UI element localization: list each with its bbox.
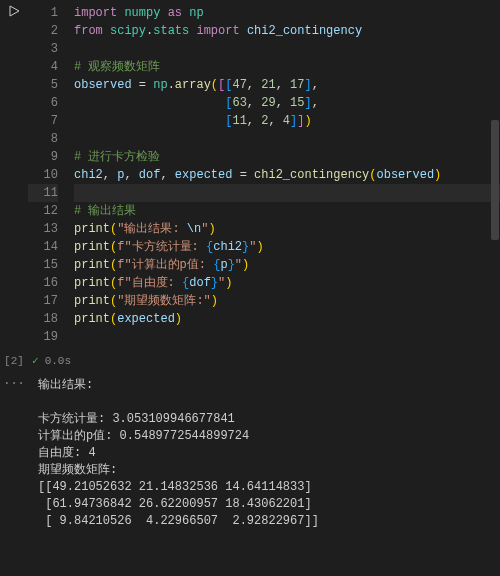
- output-cell: ··· 输出结果: 卡方统计量: 3.053109946677841 计算出的p…: [0, 371, 500, 536]
- line-number: 15: [28, 256, 58, 274]
- line-number: 13: [28, 220, 58, 238]
- line-number: 9: [28, 148, 58, 166]
- code-line[interactable]: import numpy as np: [74, 4, 500, 22]
- code-cell[interactable]: 12345678910111213141516171819 import num…: [0, 0, 500, 350]
- line-number: 8: [28, 130, 58, 148]
- line-number: 10: [28, 166, 58, 184]
- cell-run-gutter[interactable]: [0, 0, 28, 350]
- code-line[interactable]: chi2, p, dof, expected = chi2_contingenc…: [74, 166, 500, 184]
- code-line[interactable]: print(f"卡方统计量: {chi2}"): [74, 238, 500, 256]
- line-number: 7: [28, 112, 58, 130]
- line-number: 12: [28, 202, 58, 220]
- line-number: 17: [28, 292, 58, 310]
- code-line[interactable]: [74, 328, 500, 346]
- check-icon: ✓: [32, 354, 39, 367]
- execution-count: [2]: [0, 355, 28, 367]
- scroll-thumb[interactable]: [491, 120, 499, 240]
- code-line[interactable]: observed = np.array([[47, 21, 17],: [74, 76, 500, 94]
- line-number: 1: [28, 4, 58, 22]
- code-line[interactable]: # 观察频数矩阵: [74, 58, 500, 76]
- line-number: 3: [28, 40, 58, 58]
- code-line[interactable]: [63, 29, 15],: [74, 94, 500, 112]
- line-number: 6: [28, 94, 58, 112]
- code-line[interactable]: [74, 130, 500, 148]
- code-line[interactable]: [74, 184, 500, 202]
- code-line[interactable]: print(f"自由度: {dof}"): [74, 274, 500, 292]
- line-number: 2: [28, 22, 58, 40]
- execution-status: ✓ 0.0s: [28, 354, 71, 367]
- svg-marker-0: [10, 6, 19, 16]
- line-number-gutter: 12345678910111213141516171819: [28, 0, 64, 350]
- code-line[interactable]: print("期望频数矩阵:"): [74, 292, 500, 310]
- code-line[interactable]: [74, 40, 500, 58]
- line-number: 16: [28, 274, 58, 292]
- scrollbar[interactable]: [490, 0, 500, 576]
- code-line[interactable]: # 进行卡方检验: [74, 148, 500, 166]
- execution-status-row: [2] ✓ 0.0s: [0, 350, 500, 371]
- code-line[interactable]: [11, 2, 4]]): [74, 112, 500, 130]
- code-line[interactable]: print(expected): [74, 310, 500, 328]
- code-line[interactable]: print("输出结果: \n"): [74, 220, 500, 238]
- output-ellipsis[interactable]: ···: [0, 375, 28, 536]
- line-number: 5: [28, 76, 58, 94]
- line-number: 11: [28, 184, 58, 202]
- execution-duration: 0.0s: [45, 355, 71, 367]
- output-text: 输出结果: 卡方统计量: 3.053109946677841 计算出的p值: 0…: [28, 375, 500, 536]
- code-line[interactable]: print(f"计算出的p值: {p}"): [74, 256, 500, 274]
- line-number: 18: [28, 310, 58, 328]
- notebook-editor: 12345678910111213141516171819 import num…: [0, 0, 500, 576]
- line-number: 14: [28, 238, 58, 256]
- code-line[interactable]: from scipy.stats import chi2_contingency: [74, 22, 500, 40]
- line-number: 4: [28, 58, 58, 76]
- code-line[interactable]: # 输出结果: [74, 202, 500, 220]
- code-area[interactable]: import numpy as npfrom scipy.stats impor…: [64, 0, 500, 350]
- run-cell-icon[interactable]: [7, 4, 21, 18]
- line-number: 19: [28, 328, 58, 346]
